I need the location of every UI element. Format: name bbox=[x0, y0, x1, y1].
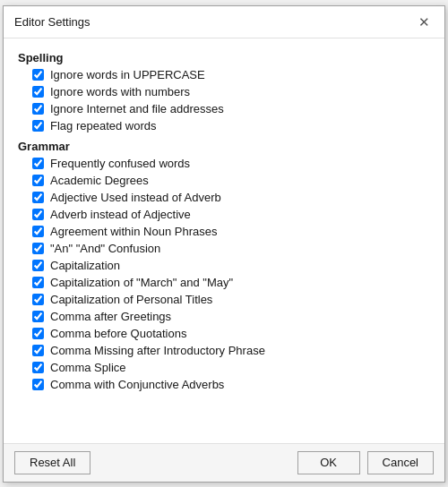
checkbox-label-comma-greetings: Comma after Greetings bbox=[50, 310, 171, 323]
checkbox-row-academic-degrees: Academic Degrees bbox=[14, 172, 441, 189]
close-button[interactable]: ✕ bbox=[415, 13, 434, 30]
checkbox-label-adverb-instead-adj: Adverb instead of Adjective bbox=[50, 208, 191, 221]
checkbox-row-cap-personal-titles: Capitalization of Personal Titles bbox=[14, 291, 441, 308]
checkbox-cap-march-may[interactable] bbox=[32, 277, 44, 288]
checkbox-label-academic-degrees: Academic Degrees bbox=[50, 174, 149, 187]
checkbox-agreement-noun[interactable] bbox=[32, 226, 44, 237]
checkbox-row-ignore-internet: Ignore Internet and file addresses bbox=[14, 100, 441, 117]
settings-content: SpellingIgnore words in UPPERCASEIgnore … bbox=[4, 38, 444, 443]
checkbox-ignore-numbers[interactable] bbox=[32, 86, 44, 98]
checkbox-flag-repeated[interactable] bbox=[32, 120, 44, 132]
ok-button[interactable]: OK bbox=[297, 451, 360, 474]
section-header-grammar: Grammar bbox=[14, 140, 441, 153]
checkbox-label-cap-march-may: Capitalization of "March" and "May" bbox=[50, 276, 233, 289]
checkbox-ignore-uppercase[interactable] bbox=[32, 69, 44, 81]
checkbox-label-ignore-numbers: Ignore words with numbers bbox=[50, 85, 190, 98]
checkbox-label-ignore-internet: Ignore Internet and file addresses bbox=[50, 102, 224, 115]
checkbox-row-adj-instead-adverb: Adjective Used instead of Adverb bbox=[14, 189, 441, 206]
checkbox-an-and-confusion[interactable] bbox=[32, 243, 44, 254]
ok-cancel-group: OK Cancel bbox=[297, 451, 434, 474]
checkbox-label-ignore-uppercase: Ignore words in UPPERCASE bbox=[50, 68, 205, 81]
editor-settings-dialog: Editor Settings ✕ SpellingIgnore words i… bbox=[3, 5, 445, 483]
checkbox-row-flag-repeated: Flag repeated words bbox=[14, 117, 441, 134]
title-bar: Editor Settings ✕ bbox=[4, 6, 444, 38]
checkbox-label-cap-personal-titles: Capitalization of Personal Titles bbox=[50, 293, 212, 306]
checkbox-label-capitalization: Capitalization bbox=[50, 259, 120, 272]
checkbox-row-comma-splice: Comma Splice bbox=[14, 359, 441, 376]
checkbox-academic-degrees[interactable] bbox=[32, 175, 44, 186]
checkbox-adj-instead-adverb[interactable] bbox=[32, 192, 44, 203]
checkbox-row-capitalization: Capitalization bbox=[14, 257, 441, 274]
checkbox-row-comma-quotations: Comma before Quotations bbox=[14, 325, 441, 342]
checkbox-comma-conjunctive[interactable] bbox=[32, 379, 44, 390]
checkbox-row-an-and-confusion: "An" "And" Confusion bbox=[14, 240, 441, 257]
checkbox-row-cap-march-may: Capitalization of "March" and "May" bbox=[14, 274, 441, 291]
checkbox-label-an-and-confusion: "An" "And" Confusion bbox=[50, 242, 160, 255]
footer: Reset All OK Cancel bbox=[4, 443, 444, 482]
checkbox-row-confused-words: Frequently confused words bbox=[14, 155, 441, 172]
checkbox-row-agreement-noun: Agreement within Noun Phrases bbox=[14, 223, 441, 240]
checkbox-row-ignore-uppercase: Ignore words in UPPERCASE bbox=[14, 66, 441, 83]
checkbox-label-flag-repeated: Flag repeated words bbox=[50, 119, 157, 132]
checkbox-label-comma-conjunctive: Comma with Conjunctive Adverbs bbox=[50, 378, 224, 391]
checkbox-comma-greetings[interactable] bbox=[32, 311, 44, 322]
checkbox-comma-splice[interactable] bbox=[32, 362, 44, 373]
checkbox-comma-introductory[interactable] bbox=[32, 345, 44, 356]
checkbox-row-ignore-numbers: Ignore words with numbers bbox=[14, 83, 441, 100]
section-header-spelling: Spelling bbox=[14, 51, 441, 64]
checkbox-row-comma-conjunctive: Comma with Conjunctive Adverbs bbox=[14, 376, 441, 393]
checkbox-row-comma-introductory: Comma Missing after Introductory Phrase bbox=[14, 342, 441, 359]
checkbox-label-comma-quotations: Comma before Quotations bbox=[50, 327, 186, 340]
checkbox-label-confused-words: Frequently confused words bbox=[50, 157, 190, 170]
checkbox-comma-quotations[interactable] bbox=[32, 328, 44, 339]
checkbox-row-adverb-instead-adj: Adverb instead of Adjective bbox=[14, 206, 441, 223]
checkbox-row-comma-greetings: Comma after Greetings bbox=[14, 308, 441, 325]
checkbox-adverb-instead-adj[interactable] bbox=[32, 209, 44, 220]
checkbox-ignore-internet[interactable] bbox=[32, 103, 44, 115]
checkbox-label-adj-instead-adverb: Adjective Used instead of Adverb bbox=[50, 191, 221, 204]
checkbox-confused-words[interactable] bbox=[32, 158, 44, 169]
checkbox-capitalization[interactable] bbox=[32, 260, 44, 271]
dialog-title: Editor Settings bbox=[14, 15, 90, 29]
checkbox-cap-personal-titles[interactable] bbox=[32, 294, 44, 305]
cancel-button[interactable]: Cancel bbox=[367, 451, 434, 474]
checkbox-label-agreement-noun: Agreement within Noun Phrases bbox=[50, 225, 217, 238]
checkbox-label-comma-splice: Comma Splice bbox=[50, 361, 126, 374]
reset-all-button[interactable]: Reset All bbox=[14, 451, 90, 474]
checkbox-label-comma-introductory: Comma Missing after Introductory Phrase bbox=[50, 344, 265, 357]
